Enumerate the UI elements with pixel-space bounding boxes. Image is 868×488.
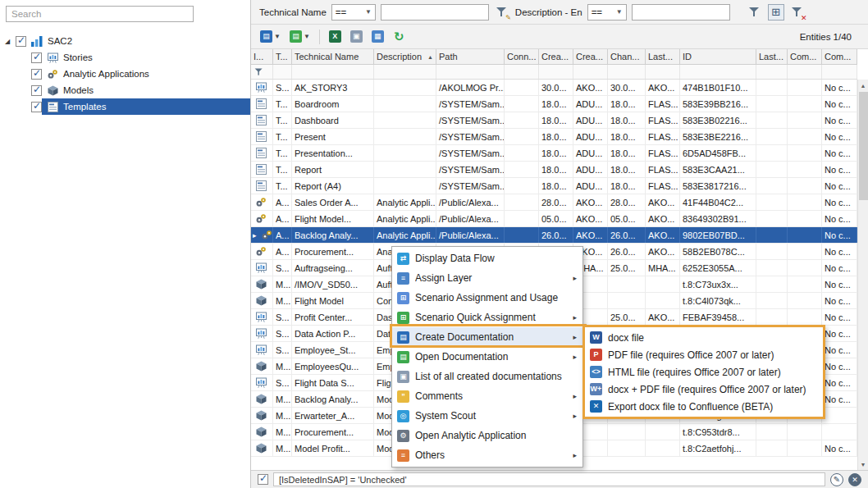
table-row[interactable]: T...Report/SYSTEM/Sam...18.0...ADU...18.… <box>251 162 857 178</box>
menu-item-system-scout[interactable]: ◎System Scout▸ <box>392 406 582 426</box>
menu-item-scenario-quick-assignment[interactable]: ⊞Scenario Quick Assignment▸ <box>392 308 582 327</box>
tree-checkbox[interactable] <box>31 102 42 112</box>
cell-changed: 18.0... <box>608 145 646 161</box>
menu-item-comments[interactable]: ”Comments▸ <box>392 386 582 406</box>
create-documentation-button[interactable]: ▤▼ <box>258 28 283 46</box>
menu-item-others[interactable]: ≡Others▸ <box>392 445 582 465</box>
edit-filter-icon[interactable]: ✎ <box>494 4 510 21</box>
open-documentation-button[interactable]: ▤▼ <box>287 28 313 46</box>
assign-layer-icon: ≡ <box>397 272 409 285</box>
tree-expander-icon[interactable]: ◢ <box>5 38 16 45</box>
menu-item-assign-layer[interactable]: ≡Assign Layer▸ <box>392 268 582 288</box>
technical-name-filter-input[interactable] <box>381 4 489 21</box>
scroll-down-icon[interactable]: ▼ <box>858 458 868 470</box>
tree-item-sac2[interactable]: ◢ SAC2 <box>0 33 250 49</box>
filter-row-cell[interactable] <box>273 65 292 79</box>
menu-item-docx-pdf-file-requires-office-2007-or-later[interactable]: W+docx + PDF file (requires Office 2007 … <box>585 381 823 398</box>
table-row[interactable]: A...Sales Order A...Analytic Appli.../Pu… <box>251 194 857 211</box>
cell-path: /SYSTEM/Sam... <box>436 145 505 161</box>
filter-row-cell[interactable] <box>822 65 857 79</box>
scrollbar-thumb[interactable] <box>859 92 868 200</box>
table-row[interactable]: T...Presentation.../SYSTEM/Sam...18.0...… <box>251 145 857 162</box>
column-header-conn[interactable]: Conn... <box>505 49 539 64</box>
menu-item-scenario-assignment-and-usage[interactable]: ⊞Scenario Assignment and Usage <box>392 288 582 308</box>
tree-item-analytic-applications[interactable]: Analytic Applications <box>0 66 250 82</box>
menu-item-display-data-flow[interactable]: ⇄Display Data Flow <box>392 249 582 268</box>
menu-item-create-documentation[interactable]: ▤Create Documentation▸ <box>392 327 582 347</box>
template-icon <box>254 115 267 126</box>
column-header-t[interactable]: T... <box>273 49 292 64</box>
column-header-technical-name[interactable]: Technical Name <box>292 49 374 64</box>
cell-created: 18.0... <box>539 145 573 161</box>
export-excel-button[interactable]: X <box>327 28 344 46</box>
edit-filter-expression-button[interactable]: ✎ <box>830 473 843 486</box>
menu-item-open-analytic-application[interactable]: ⚙Open Analytic Application <box>392 426 582 445</box>
column-header-description[interactable]: Description▲ <box>374 49 436 64</box>
tree-checkbox[interactable] <box>31 52 42 63</box>
technical-name-operator-select[interactable]: == ▼ <box>331 4 376 21</box>
table-row[interactable]: S...AK_STORY3/AKOLMOG Pr...30.0...AKO...… <box>251 80 857 96</box>
copy-table-button[interactable]: ▣ <box>348 28 365 46</box>
filter-row-cell[interactable] <box>374 65 436 79</box>
scroll-up-icon[interactable]: ▲ <box>858 80 868 91</box>
menu-item-open-documentation[interactable]: ▤Open Documentation▸ <box>392 347 582 367</box>
tree-checkbox[interactable] <box>16 36 26 47</box>
column-header-last[interactable]: Last... <box>756 49 788 64</box>
clear-filter-button[interactable]: ✕ <box>789 4 806 21</box>
column-header-com[interactable]: Com... <box>788 49 822 64</box>
search-input[interactable] <box>6 6 194 22</box>
table-row[interactable]: T...Dashboard/SYSTEM/Sam...18.0...ADU...… <box>251 112 857 129</box>
table-layout-button[interactable]: ▦ <box>369 28 386 46</box>
tree-item-templates[interactable]: Templates <box>0 98 250 115</box>
tree-item-stories[interactable]: Stories <box>0 49 250 66</box>
column-header-com[interactable]: Com... <box>822 49 857 64</box>
cell-path: /SYSTEM/Sam... <box>436 162 505 177</box>
menu-item-docx-file[interactable]: Wdocx file <box>585 329 823 346</box>
filter-row-cell[interactable] <box>608 65 646 79</box>
table-layout-icon: ▦ <box>372 30 384 43</box>
tree-checkbox[interactable] <box>31 69 42 80</box>
filter-row-cell[interactable] <box>680 65 756 79</box>
column-header-crea[interactable]: Crea... <box>539 49 573 64</box>
table-row[interactable]: A...Flight Model...Analytic Appli.../Pub… <box>251 211 857 227</box>
menu-item-pdf-file-requires-office-2007-or-later[interactable]: PPDF file (requires Office 2007 or later… <box>585 346 823 363</box>
filter-row-cell[interactable] <box>292 65 374 79</box>
filter-row-cell[interactable] <box>573 65 608 79</box>
filter-icon[interactable] <box>747 4 763 21</box>
refresh-button[interactable]: ↻ <box>391 28 408 46</box>
filter-row-cell[interactable] <box>756 65 788 79</box>
column-header-last[interactable]: Last... <box>646 49 680 64</box>
table-row[interactable]: ▸A...Backlog Analy...Analytic Appli.../P… <box>251 227 857 244</box>
filter-row-cell[interactable] <box>505 65 539 79</box>
description-filter-input[interactable] <box>632 4 730 21</box>
tree-item-models[interactable]: Models <box>0 82 250 98</box>
column-header-id[interactable]: ID <box>680 49 756 64</box>
cell-created: 18.0... <box>539 96 573 112</box>
menu-item-html-file-requires-office-2007-or-later[interactable]: <>HTML file (requires Office 2007 or lat… <box>585 363 823 381</box>
filter-row-icon-cell[interactable] <box>251 65 273 79</box>
column-header-path[interactable]: Path <box>436 49 505 64</box>
filter-row-cell[interactable] <box>788 65 822 79</box>
filter-row-cell[interactable] <box>436 65 505 79</box>
column-header-i[interactable]: I... <box>251 49 273 64</box>
vertical-scrollbar[interactable]: ▲ ▼ <box>857 80 868 470</box>
table-row[interactable]: T...Boardroom/SYSTEM/Sam...18.0...ADU...… <box>251 96 857 112</box>
remove-filter-expression-button[interactable]: ✕ <box>848 473 861 486</box>
column-header-chan[interactable]: Chan... <box>608 49 646 64</box>
column-header-crea[interactable]: Crea... <box>573 49 608 64</box>
menu-item-list-of-all-created-documentations[interactable]: ▣List of all created documentations <box>392 367 582 386</box>
cell-last <box>756 309 788 325</box>
cell-type: A... <box>273 194 292 210</box>
filter-row-cell[interactable] <box>539 65 573 79</box>
status-filter-checkbox[interactable] <box>258 474 268 485</box>
tree-checkbox[interactable] <box>31 85 42 96</box>
cell-created-by: ADU... <box>573 162 608 177</box>
description-operator-select[interactable]: == ▼ <box>587 4 627 21</box>
app-icon <box>254 197 267 208</box>
filter-row-cell[interactable] <box>646 65 680 79</box>
table-row[interactable]: T...Present/SYSTEM/Sam...18.0...ADU...18… <box>251 129 857 145</box>
tree-item-label: Stories <box>61 52 97 63</box>
filter-row-toggle-button[interactable]: ⊞ <box>768 4 784 21</box>
table-row[interactable]: T...Report (A4)/SYSTEM/Sam...18.0...ADU.… <box>251 178 857 194</box>
menu-item-export-docx-file-to-confluence-beta[interactable]: ✕Export docx file to Confluence (BETA) <box>585 398 823 415</box>
